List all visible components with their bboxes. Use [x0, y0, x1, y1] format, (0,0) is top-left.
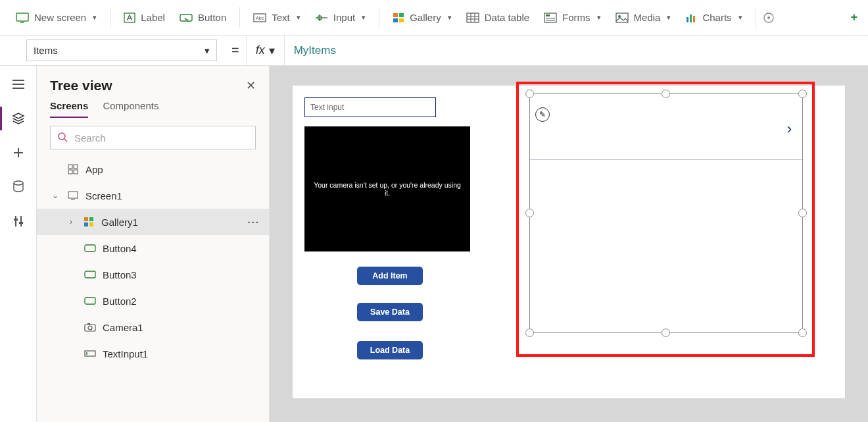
button-text: Button: [198, 12, 226, 23]
ai-icon[interactable]: [763, 12, 775, 24]
svg-rect-49: [84, 223, 88, 226]
resize-handle[interactable]: [525, 329, 534, 337]
svg-point-39: [59, 133, 65, 140]
text-button[interactable]: Abc Text ▾: [251, 8, 303, 27]
canvas-area[interactable]: Text input Your camera isn't set up, or …: [270, 66, 868, 422]
tree-camera1[interactable]: Camera1: [37, 314, 269, 340]
svg-rect-22: [616, 13, 628, 22]
chevron-right-icon[interactable]: ›: [787, 120, 792, 138]
add-item-button[interactable]: Add Item: [357, 267, 423, 285]
tree-view-icon[interactable]: [9, 109, 28, 128]
resize-handle[interactable]: [798, 209, 807, 217]
hamburger-icon[interactable]: [9, 75, 28, 93]
svg-rect-45: [68, 192, 78, 198]
edit-pencil-icon[interactable]: ✎: [535, 107, 550, 122]
tree-button2-label: Button2: [103, 296, 137, 307]
resize-handle[interactable]: [525, 209, 534, 217]
resize-handle[interactable]: [662, 90, 670, 98]
insert-icon[interactable]: [9, 144, 28, 162]
tree-panel: Tree view ✕ Screens Components Search Ap…: [37, 66, 270, 422]
svg-line-40: [64, 139, 67, 142]
tree-button3-label: Button3: [103, 269, 137, 280]
resize-handle[interactable]: [798, 329, 807, 337]
save-data-button[interactable]: Save Data: [357, 303, 423, 321]
svg-rect-36: [20, 216, 22, 226]
svg-rect-0: [16, 13, 28, 21]
svg-rect-10: [399, 13, 404, 17]
svg-point-34: [14, 181, 23, 185]
close-icon[interactable]: ✕: [246, 78, 256, 93]
camera-control[interactable]: Your camera isn't set up, or you're alre…: [304, 126, 470, 251]
forms-button[interactable]: Forms ▾: [541, 8, 604, 27]
data-table-label: Data table: [485, 12, 529, 23]
add-plus-icon[interactable]: +: [850, 11, 857, 24]
tree-screen1[interactable]: ⌄ Screen1: [37, 182, 269, 209]
screen-canvas[interactable]: Text input Your camera isn't set up, or …: [293, 86, 845, 398]
expand-icon[interactable]: ⌄: [50, 191, 60, 200]
tree-textinput1[interactable]: TextInput1: [37, 340, 269, 367]
tree-textinput1-label: TextInput1: [103, 348, 148, 359]
svg-rect-24: [687, 17, 688, 22]
new-screen-button[interactable]: New screen ▾: [13, 8, 99, 27]
tree-app[interactable]: App: [37, 156, 269, 182]
tree-button2[interactable]: Button2: [37, 288, 269, 314]
svg-rect-11: [393, 18, 398, 22]
tree-title: Tree view: [50, 78, 112, 93]
svg-text:Abc: Abc: [256, 16, 264, 20]
chevron-down-icon: ▾: [362, 13, 366, 22]
left-rail: [0, 66, 37, 422]
resize-handle[interactable]: [662, 329, 670, 337]
formula-input[interactable]: MyItems: [285, 36, 868, 65]
more-icon[interactable]: ···: [247, 217, 260, 228]
tab-screens[interactable]: Screens: [50, 100, 88, 118]
tree-list: App ⌄ Screen1 › Gallery1 ···: [37, 156, 269, 367]
svg-rect-43: [68, 170, 72, 174]
svg-rect-35: [15, 216, 16, 226]
text-input-control[interactable]: Text input: [304, 97, 436, 117]
tree-gallery1[interactable]: › Gallery1 ···: [37, 209, 269, 235]
button-button[interactable]: Button: [177, 8, 229, 27]
charts-button[interactable]: Charts ▾: [683, 8, 744, 27]
svg-rect-56: [87, 323, 90, 325]
label-text: Label: [141, 12, 165, 23]
data-table-button[interactable]: Data table: [464, 8, 532, 27]
formula-bar: Items ▾ = fx ▾ MyItems: [0, 36, 868, 66]
svg-point-28: [767, 16, 770, 19]
gallery-template-row[interactable]: ›: [530, 94, 802, 160]
media-label: Media: [634, 12, 661, 23]
tools-icon[interactable]: [9, 212, 28, 230]
resize-handle[interactable]: [798, 90, 807, 98]
fx-button[interactable]: fx ▾: [246, 36, 285, 65]
tab-components[interactable]: Components: [103, 100, 158, 118]
input-label: Input: [333, 12, 355, 23]
textinput-icon: [84, 348, 96, 359]
tree-search[interactable]: Search: [50, 126, 256, 149]
expand-icon[interactable]: ›: [66, 217, 76, 226]
svg-point-23: [618, 15, 621, 18]
gallery-button[interactable]: Gallery ▾: [390, 8, 454, 27]
save-data-label: Save Data: [370, 307, 410, 317]
equals-sign: =: [225, 36, 246, 65]
svg-rect-51: [85, 245, 95, 251]
input-button[interactable]: Input ▾: [312, 8, 368, 27]
resize-handle[interactable]: [525, 90, 534, 98]
svg-rect-52: [85, 271, 95, 278]
svg-rect-50: [89, 223, 93, 226]
tree-camera1-label: Camera1: [103, 322, 143, 333]
gallery-control[interactable]: ✎ ›: [529, 93, 803, 333]
tree-app-label: App: [85, 164, 103, 175]
tree-button3[interactable]: Button3: [37, 261, 269, 288]
data-icon[interactable]: [9, 178, 28, 196]
load-data-button[interactable]: Load Data: [357, 341, 423, 359]
property-selector[interactable]: Items ▾: [26, 40, 217, 61]
svg-rect-13: [467, 13, 479, 22]
media-button[interactable]: Media ▾: [613, 8, 674, 27]
chevron-down-icon: ▾: [297, 13, 301, 22]
button-icon: [84, 295, 96, 307]
tree-button4[interactable]: Button4: [37, 235, 269, 261]
formula-value: MyItems: [294, 44, 336, 57]
svg-rect-48: [89, 217, 93, 221]
chevron-down-icon: ▾: [93, 13, 97, 22]
label-button[interactable]: Label: [121, 8, 168, 27]
svg-rect-9: [393, 13, 398, 17]
